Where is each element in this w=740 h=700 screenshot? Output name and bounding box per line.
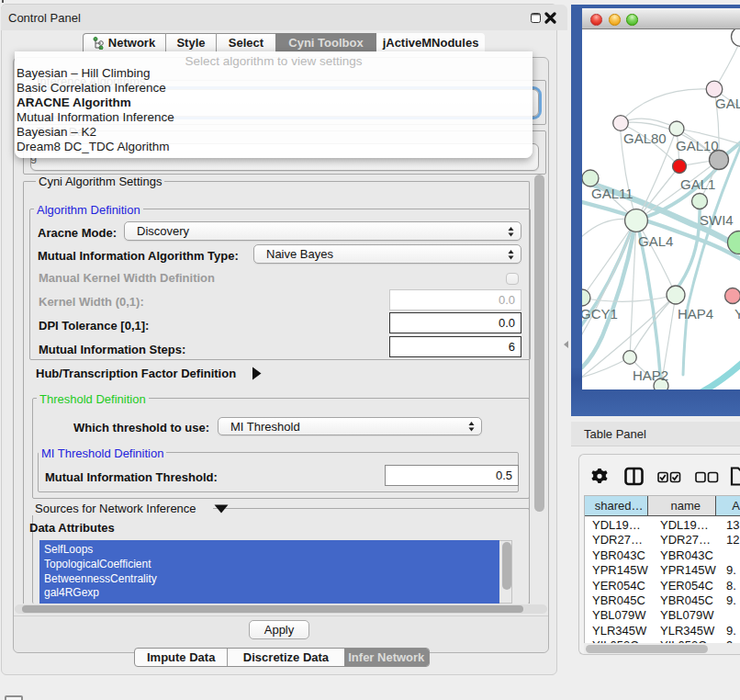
svg-text:GAL11: GAL11 xyxy=(591,186,633,201)
svg-text:GAL10: GAL10 xyxy=(676,138,719,153)
svg-text:HAP2: HAP2 xyxy=(633,367,668,383)
svg-text:GAL80: GAL80 xyxy=(623,130,667,146)
svg-text:GAL1: GAL1 xyxy=(680,176,715,192)
svg-text:Y: Y xyxy=(734,306,740,322)
svg-text:SWI4: SWI4 xyxy=(700,212,734,228)
svg-text:GAL7: GAL7 xyxy=(715,96,740,111)
svg-text:GAL4: GAL4 xyxy=(638,233,673,249)
svg-text:HAP4: HAP4 xyxy=(678,306,713,322)
svg-text:GCY1: GCY1 xyxy=(582,306,618,322)
